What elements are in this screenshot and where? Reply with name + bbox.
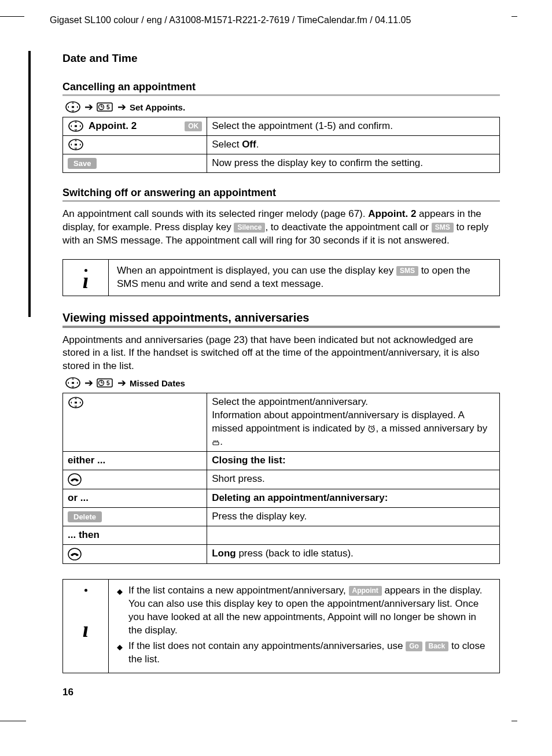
rule — [62, 326, 500, 328]
nav-label: Set Appoints. — [130, 102, 185, 112]
missed-table: Select the appointment/anniversary. Info… — [62, 393, 500, 564]
side-rule — [28, 51, 31, 317]
cell-text: Press the display key. — [207, 507, 500, 526]
alarm-icon — [367, 425, 376, 433]
nav-pad-icon — [68, 138, 84, 151]
header-path: Gigaset SL100 colour / eng / A31008-M157… — [50, 15, 517, 25]
subheading-cancel: Cancelling an appointment — [62, 81, 500, 93]
cell-text: Now press the display key to confirm the… — [207, 154, 500, 172]
section-title: Date and Time — [62, 52, 500, 65]
info-note: ı When an appointment is displayed, you … — [62, 259, 500, 296]
info-note: ı If the list contains a new appointment… — [62, 579, 500, 674]
appoint-label: Appoint. 2 — [89, 120, 137, 133]
info-icon: ı — [63, 580, 109, 673]
arrow-icon: ➔ — [117, 101, 126, 113]
hangup-icon — [68, 547, 82, 561]
nav-pad-icon — [68, 396, 84, 409]
cancel-table: Appoint. 2 OK Select the appointment (1-… — [62, 117, 500, 173]
sms-key: SMS — [432, 223, 454, 233]
save-key: Save — [68, 158, 97, 169]
info-text: If the list contains a new appointment/a… — [109, 580, 499, 673]
nav-pad-icon — [68, 120, 84, 132]
cake-icon — [212, 438, 220, 446]
rule — [62, 94, 500, 96]
nav-pad-icon — [65, 101, 81, 113]
cell-text: Select Off. — [207, 135, 500, 154]
cell-text: Closing the list: — [207, 452, 500, 470]
info-icon: ı — [63, 260, 109, 296]
go-key: Go — [406, 641, 422, 651]
paragraph: An appointment call sounds with its sele… — [62, 208, 500, 248]
cell-text: Select the appointment (1-5) and confirm… — [207, 117, 500, 136]
cell-text: Long press (back to idle status). — [207, 544, 500, 563]
cell-text: Short press. — [207, 470, 500, 489]
arrow-icon: ➔ — [117, 377, 126, 389]
nav-path-set-appoints: ➔ ➔ Set Appoints. — [65, 101, 500, 113]
sms-key: SMS — [396, 266, 418, 276]
back-key: Back — [425, 641, 449, 651]
heading-viewing: Viewing missed appointments, anniversari… — [62, 311, 500, 324]
then-label: ... then — [63, 526, 207, 544]
cell-text: Deleting an appointment/anniversary: — [207, 489, 500, 508]
page-number: 16 — [62, 687, 73, 698]
nav-pad-icon — [65, 377, 81, 389]
hangup-icon — [68, 473, 82, 486]
ok-key: OK — [185, 121, 202, 131]
calendar-icon — [97, 101, 114, 113]
arrow-icon: ➔ — [84, 377, 93, 389]
calendar-icon — [97, 377, 114, 389]
cell-text: Select the appointment/anniversary. Info… — [207, 393, 500, 452]
nav-path-missed-dates: ➔ ➔ Missed Dates — [65, 377, 500, 389]
subheading-switching: Switching off or answering an appointmen… — [62, 187, 500, 199]
or-label: or ... — [63, 489, 207, 508]
silence-key: Silence — [234, 223, 265, 233]
arrow-icon: ➔ — [84, 101, 93, 113]
paragraph: Appointments and anniversaries (page 23)… — [62, 334, 500, 374]
appoint-key: Appoint — [349, 586, 382, 596]
nav-label: Missed Dates — [130, 378, 185, 388]
delete-key: Delete — [68, 511, 102, 523]
rule — [62, 200, 500, 202]
info-text: When an appointment is displayed, you ca… — [109, 260, 499, 296]
either-label: either ... — [63, 452, 207, 470]
